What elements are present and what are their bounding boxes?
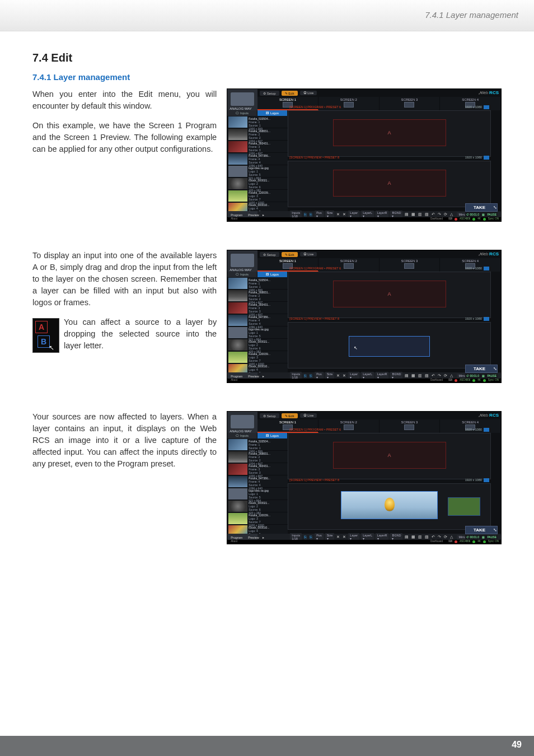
rotate-button[interactable]: ⟳ <box>443 535 448 539</box>
source-item[interactable]: logo-bleu au.jpgLogo: 1Source: 5921 x 86… <box>227 165 288 178</box>
align-button[interactable]: ▦ <box>411 374 416 378</box>
keyboard-icon[interactable]: ⌨ <box>448 217 452 221</box>
logos-tab[interactable]: 🖾 Logos <box>257 272 288 277</box>
layer-a-outline[interactable]: A <box>333 281 446 307</box>
source-item[interactable]: Fotolia_268831...Frame: 2Source: 21004 x… <box>227 451 288 463</box>
nav-live[interactable]: ⦿ Live <box>300 91 317 95</box>
source-item[interactable]: Fotolia_268831...Frame: 2Source: 21004 x… <box>227 128 288 141</box>
preview-pane[interactable]: [SCREEN 1] PREVIEW • PRESET 81920 x 1080… <box>288 161 491 207</box>
pause-button[interactable]: PAUSE <box>487 535 496 539</box>
layer-a-outline[interactable]: A <box>333 170 446 197</box>
source-item[interactable]: logo-bleu au.jpgLogo: 1Source: 5921 x 86… <box>227 326 288 339</box>
source-item[interactable]: Fotolia_647386...Frame: 4Source: 41096 x… <box>227 314 288 326</box>
screen-tab[interactable]: SCREEN 3 <box>380 97 441 110</box>
align-button[interactable]: ▤ <box>404 374 409 378</box>
source-item[interactable]: Fotolia_120039...Logo: 3Source: 71600 x … <box>227 512 288 525</box>
clear-button[interactable]: ✕ <box>342 212 346 217</box>
preview-button[interactable]: Preview <box>246 374 261 379</box>
take-time-button[interactable]: ▦ <box>482 535 485 539</box>
source-item[interactable]: iStock_000010...Logo: 4Source: 8849 x 56… <box>227 525 288 534</box>
pause-button[interactable]: PAUSE <box>487 213 496 216</box>
inputs-tab[interactable]: 🖵 Inputs <box>227 110 257 116</box>
rotate-button[interactable]: ↷ <box>437 535 442 539</box>
source-item[interactable]: Fotolia_393431...Frame: 3Source: 31000 x… <box>227 463 288 475</box>
program-pane[interactable]: [SCREEN 1] PROGRAM • PRESET 61920 x 1080… <box>288 433 491 479</box>
clear-button[interactable]: ✕ <box>336 374 340 378</box>
nav-edit[interactable]: ✎ Edit <box>282 91 298 96</box>
program-pane[interactable]: [SCREEN 1] PROGRAM • PRESET 61920 x 1080… <box>288 272 491 318</box>
dragging-layer[interactable]: ↖ <box>349 336 429 356</box>
copy-button[interactable]: ⎘ <box>303 374 307 379</box>
copy-button[interactable]: ⎘ <box>303 212 307 217</box>
source-item[interactable]: iStock_000010...Logo: 4Source: 8849 x 56… <box>227 202 288 211</box>
tbar-button[interactable]: TBar <box>500 374 502 378</box>
clear-button[interactable]: ✕ <box>336 535 340 539</box>
copy-button[interactable]: ⎘ <box>309 374 313 379</box>
preview-pane[interactable]: [SCREEN 1] PREVIEW • PRESET 81920 x 1080 <box>288 483 491 530</box>
about-link[interactable]: About <box>231 379 237 382</box>
screen-tab[interactable]: SCREEN 3 <box>380 419 441 433</box>
nav-edit[interactable]: ✎ Edit <box>282 413 298 418</box>
clear-button[interactable]: ✕ <box>342 374 346 378</box>
keyboard-icon[interactable]: ⌨ <box>448 379 452 382</box>
program-pane[interactable]: [SCREEN 1] PROGRAM • PRESET 61920 x 1080… <box>288 110 491 157</box>
copy-button[interactable]: ⎘ <box>309 212 313 217</box>
layer-a-outline[interactable]: A <box>333 119 446 146</box>
align-button[interactable]: ▦ <box>411 212 416 217</box>
source-item[interactable]: iStock_000021...Logo: 2Source: 6420 x 28… <box>227 339 288 351</box>
source-item[interactable]: Fotolia_120039...Logo: 3Source: 71600 x … <box>227 190 288 202</box>
take-button[interactable]: TAKE ⤡ <box>465 526 498 534</box>
copy-button[interactable]: ⎘ <box>309 535 313 540</box>
align-button[interactable]: ▧ <box>424 374 429 378</box>
about-link[interactable]: About <box>231 540 237 544</box>
tbar-button[interactable]: TBar <box>500 212 502 217</box>
inputs-tab[interactable]: 🖵 Inputs <box>227 433 257 438</box>
step-button[interactable]: ▸ <box>263 374 264 379</box>
take-time-button[interactable]: ▦ <box>482 213 485 216</box>
source-item[interactable]: iStock_000021...Logo: 2Source: 6420 x 28… <box>227 500 288 512</box>
align-button[interactable]: ▧ <box>424 212 429 217</box>
screen-tab[interactable]: SCREEN 3 <box>380 258 441 272</box>
source-item[interactable]: Fotolia_120039...Logo: 3Source: 71600 x … <box>227 351 288 363</box>
preview-button[interactable]: Preview <box>246 213 261 217</box>
source-item[interactable]: Fotolia_647386...Frame: 4Source: 41096 x… <box>227 153 288 165</box>
rotate-button[interactable]: ⟳ <box>443 374 448 378</box>
source-item[interactable]: Fotolia_393431...Frame: 3Source: 31000 x… <box>227 141 288 153</box>
source-item[interactable]: Fotolia_268831...Frame: 2Source: 21004 x… <box>227 290 288 302</box>
align-button[interactable]: ▥ <box>418 374 423 378</box>
source-item[interactable]: iStock_000021...Logo: 2Source: 6420 x 28… <box>227 178 288 190</box>
keyboard-icon[interactable]: ⌨ <box>448 540 452 544</box>
rotate-button[interactable]: ↶ <box>431 535 435 539</box>
align-button[interactable]: ▥ <box>418 535 423 539</box>
rotate-button[interactable]: ↶ <box>431 212 435 217</box>
pause-button[interactable]: PAUSE <box>487 374 496 377</box>
clear-button[interactable]: ✕ <box>336 212 340 217</box>
rotate-button[interactable]: △ <box>449 374 453 378</box>
rotate-button[interactable]: ↷ <box>437 374 442 378</box>
dashboard-link[interactable]: Dashboard <box>430 540 443 544</box>
source-item[interactable]: iStock_000010...Logo: 4Source: 8849 x 56… <box>227 363 288 372</box>
take-button[interactable]: TAKE ⤡ <box>465 365 498 373</box>
nav-setup[interactable]: ⚙ Setup <box>260 252 279 257</box>
source-item[interactable]: Fotolia_533504...Frame: 1Source: 11900 x… <box>227 277 288 290</box>
about-link[interactable]: About <box>231 217 237 221</box>
rotate-button[interactable]: △ <box>449 212 453 217</box>
rotate-button[interactable]: ⟳ <box>443 212 448 217</box>
source-item[interactable]: logo-bleu au.jpgLogo: 1Source: 5921 x 86… <box>227 488 288 500</box>
take-button[interactable]: TAKE ⤡ <box>465 203 498 212</box>
program-button[interactable]: Program <box>228 535 245 540</box>
nav-edit[interactable]: ✎ Edit <box>282 252 298 257</box>
align-button[interactable]: ▧ <box>424 535 429 539</box>
source-item[interactable]: Fotolia_647386...Frame: 4Source: 41096 x… <box>227 475 288 488</box>
nav-setup[interactable]: ⚙ Setup <box>260 413 279 418</box>
rotate-button[interactable]: ↶ <box>431 374 435 378</box>
filled-layer-2[interactable] <box>448 497 480 515</box>
logos-tab[interactable]: 🖾 Logos <box>257 433 288 438</box>
source-item[interactable]: Fotolia_393431...Frame: 3Source: 31000 x… <box>227 302 288 314</box>
program-button[interactable]: Program <box>228 374 245 379</box>
align-button[interactable]: ▥ <box>418 212 423 217</box>
filled-layer[interactable] <box>341 491 438 519</box>
tbar-button[interactable]: TBar <box>500 535 502 539</box>
step-button[interactable]: ▸ <box>263 535 264 540</box>
dashboard-link[interactable]: Dashboard <box>430 379 443 382</box>
